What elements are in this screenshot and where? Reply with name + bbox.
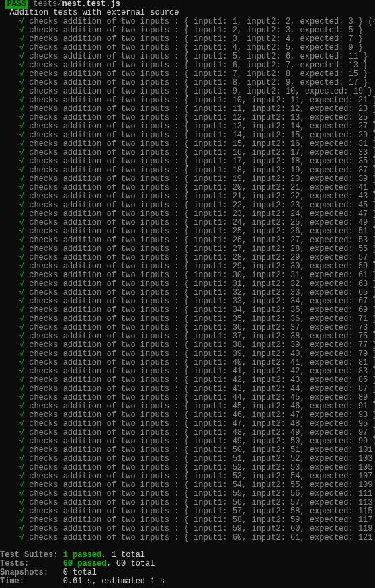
test-description: checks addition of two inputs : { input1… xyxy=(24,104,375,114)
test-description: checks addition of two inputs : { input1… xyxy=(24,131,375,140)
test-description: checks addition of two inputs : { input1… xyxy=(24,384,375,394)
summary-tests-label: Tests: xyxy=(0,559,29,568)
check-icon: √ xyxy=(19,139,24,149)
test-description: checks addition of two inputs : { input1… xyxy=(24,157,375,166)
check-icon: √ xyxy=(19,52,24,61)
test-description: checks addition of two inputs : { input1… xyxy=(24,323,375,332)
check-icon: √ xyxy=(19,358,24,367)
check-icon: √ xyxy=(19,157,24,166)
test-description: checks addition of two inputs : { input1… xyxy=(24,375,375,385)
summary-time: Time: 0.61 s, estimated 1 s xyxy=(0,577,375,586)
summary-time-value: 0.61 s, estimated 1 s xyxy=(63,577,165,586)
test-description: checks addition of two inputs : { input1… xyxy=(24,139,375,149)
check-icon: √ xyxy=(19,209,24,219)
test-description: checks addition of two inputs : { input1… xyxy=(24,279,375,289)
test-description: checks addition of two inputs : { input1… xyxy=(24,17,363,26)
test-description: checks addition of two inputs : { input1… xyxy=(24,480,375,490)
check-icon: √ xyxy=(19,419,24,429)
test-description: checks addition of two inputs : { input1… xyxy=(24,498,375,507)
test-description: checks addition of two inputs : { input1… xyxy=(24,472,375,481)
check-icon: √ xyxy=(19,166,24,175)
check-icon: √ xyxy=(19,235,24,245)
check-icon: √ xyxy=(19,104,24,114)
test-description: checks addition of two inputs : { input1… xyxy=(24,437,375,446)
test-description: checks addition of two inputs : { input1… xyxy=(24,463,375,472)
check-icon: √ xyxy=(19,410,24,420)
test-description: checks addition of two inputs : { input1… xyxy=(24,262,375,271)
test-description: checks addition of two inputs : { input1… xyxy=(24,340,375,350)
test-description: checks addition of two inputs : { input1… xyxy=(24,489,375,499)
check-icon: √ xyxy=(19,340,24,350)
test-description: checks addition of two inputs : { input1… xyxy=(24,428,375,437)
test-description: checks addition of two inputs : { input1… xyxy=(24,305,375,315)
test-description: checks addition of two inputs : { input1… xyxy=(24,78,368,87)
summary-suites-total: , 1 total xyxy=(101,550,145,560)
test-description: checks addition of two inputs : { input1… xyxy=(24,507,375,516)
test-description: checks addition of two inputs : { input1… xyxy=(24,445,375,455)
test-description: checks addition of two inputs : { input1… xyxy=(24,183,375,192)
check-icon: √ xyxy=(19,244,24,254)
check-icon: √ xyxy=(19,96,24,105)
test-description: checks addition of two inputs : { input1… xyxy=(24,174,375,184)
test-description: checks addition of two inputs : { input1… xyxy=(24,419,375,429)
check-icon: √ xyxy=(19,61,24,70)
summary-suites-label: Test Suites: xyxy=(0,550,58,560)
check-icon: √ xyxy=(19,218,24,227)
terminal-output: PASS tests/nest.test.js Addition tests w… xyxy=(0,0,375,586)
check-icon: √ xyxy=(19,270,24,280)
test-description: checks addition of two inputs : { input1… xyxy=(24,26,363,35)
check-icon: √ xyxy=(19,402,24,411)
check-icon: √ xyxy=(19,445,24,455)
test-description: checks addition of two inputs : { input1… xyxy=(24,200,375,210)
check-icon: √ xyxy=(19,43,24,52)
test-description: checks addition of two inputs : { input1… xyxy=(24,533,375,542)
check-icon: √ xyxy=(19,375,24,385)
check-icon: √ xyxy=(19,279,24,289)
check-icon: √ xyxy=(19,332,24,341)
check-icon: √ xyxy=(19,34,24,44)
check-icon: √ xyxy=(19,305,24,315)
check-icon: √ xyxy=(19,227,24,236)
check-icon: √ xyxy=(19,463,24,472)
test-description: checks addition of two inputs : { input1… xyxy=(24,288,375,297)
check-icon: √ xyxy=(19,454,24,464)
check-icon: √ xyxy=(19,87,24,96)
test-description: checks addition of two inputs : { input1… xyxy=(24,367,375,376)
test-description: checks addition of two inputs : { input1… xyxy=(24,52,368,61)
check-icon: √ xyxy=(19,262,24,271)
test-description: checks addition of two inputs : { input1… xyxy=(24,227,375,236)
check-icon: √ xyxy=(19,314,24,324)
check-icon: √ xyxy=(19,323,24,332)
test-description: checks addition of two inputs : { input1… xyxy=(24,332,375,341)
test-description: checks addition of two inputs : { input1… xyxy=(24,34,363,44)
test-description: checks addition of two inputs : { input1… xyxy=(24,192,375,201)
test-description: checks addition of two inputs : { input1… xyxy=(24,253,375,262)
check-icon: √ xyxy=(19,69,24,79)
test-duration: (4 ms) xyxy=(363,17,375,26)
summary-snapshots-label: Snapshots: xyxy=(0,568,48,577)
test-description: checks addition of two inputs : { input1… xyxy=(24,349,375,359)
check-icon: √ xyxy=(19,26,24,35)
check-icon: √ xyxy=(19,349,24,359)
check-icon: √ xyxy=(19,297,24,306)
check-icon: √ xyxy=(19,192,24,201)
test-list: √ checks addition of two inputs : { inpu… xyxy=(0,17,375,542)
check-icon: √ xyxy=(19,113,24,122)
test-description: checks addition of two inputs : { input1… xyxy=(24,402,375,411)
check-icon: √ xyxy=(19,507,24,516)
summary-tests-total: , 60 total xyxy=(106,559,155,568)
test-description: checks addition of two inputs : { input1… xyxy=(24,122,375,131)
test-description: checks addition of two inputs : { input1… xyxy=(24,113,375,122)
check-icon: √ xyxy=(19,472,24,481)
summary-suites-passed: 1 passed xyxy=(63,550,102,560)
test-description: checks addition of two inputs : { input1… xyxy=(24,69,368,79)
check-icon: √ xyxy=(19,480,24,490)
check-icon: √ xyxy=(19,489,24,499)
check-icon: √ xyxy=(19,253,24,262)
check-icon: √ xyxy=(19,148,24,157)
check-icon: √ xyxy=(19,17,24,26)
check-icon: √ xyxy=(19,498,24,507)
check-icon: √ xyxy=(19,122,24,131)
test-description: checks addition of two inputs : { input1… xyxy=(24,61,368,70)
check-icon: √ xyxy=(19,384,24,394)
